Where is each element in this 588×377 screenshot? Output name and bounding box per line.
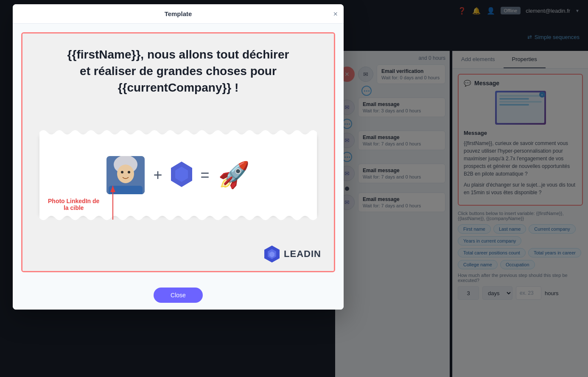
- modal-close-btn-area: Close: [13, 281, 344, 310]
- template-modal: Template × {{firstName}}, nous allons to…: [13, 4, 344, 310]
- modal-header: Template ×: [13, 4, 344, 24]
- annotation-line2: la cible: [48, 204, 99, 211]
- torn-top-svg: [39, 127, 317, 137]
- plus-sign: +: [153, 166, 162, 184]
- template-headline: {{firstName}}, nous allons tout déchirer…: [67, 46, 289, 96]
- torn-content: + = 🚀: [56, 156, 300, 194]
- leadin-logo-svg: [264, 246, 280, 263]
- modal-overlay: Template × {{firstName}}, nous allons to…: [0, 0, 588, 377]
- headline-line3: {{currentCompany}} !: [118, 81, 239, 94]
- template-image-area: {{firstName}}, nous allons tout déchirer…: [22, 34, 334, 271]
- equals-sign: =: [201, 166, 210, 184]
- modal-body: {{firstName}}, nous allons tout déchirer…: [13, 24, 344, 281]
- headline-line2: et réaliser de grandes choses pour: [80, 64, 277, 78]
- annotation-arrow-svg: [104, 186, 138, 237]
- annotation-text: Photo LinkedIn de la cible: [48, 198, 99, 211]
- leadin-logo-text: LEADIN: [284, 249, 321, 260]
- modal-close-button[interactable]: ×: [333, 10, 338, 18]
- rocket-icon: 🚀: [218, 160, 250, 190]
- brand-svg: [171, 162, 192, 187]
- annotation-line1: Photo LinkedIn de: [48, 198, 99, 204]
- torn-bottom-svg: [39, 214, 317, 223]
- leadin-logo: LEADIN: [264, 246, 321, 263]
- modal-title: Template: [165, 10, 192, 17]
- svg-point-5: [128, 171, 130, 173]
- torn-paper-area: + = 🚀: [39, 135, 317, 215]
- svg-point-4: [121, 171, 123, 173]
- brand-shape-icon: [171, 162, 192, 189]
- template-card: {{firstName}}, nous allons tout déchirer…: [21, 32, 335, 272]
- close-button[interactable]: Close: [154, 288, 203, 303]
- svg-marker-7: [110, 186, 115, 192]
- svg-point-2: [117, 165, 134, 183]
- headline-line1: {{firstName}}, nous allons tout déchirer: [67, 48, 289, 61]
- person-photo-container: [106, 156, 145, 194]
